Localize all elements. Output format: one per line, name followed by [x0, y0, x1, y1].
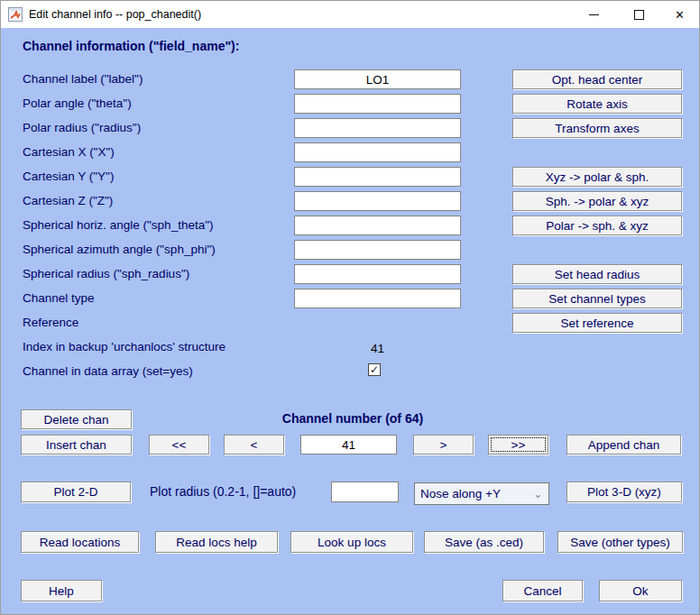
- plot-3d-button[interactable]: Plot 3-D (xyz): [566, 482, 682, 502]
- prev-fast-button[interactable]: <<: [149, 435, 209, 454]
- label-sph-radius: Spherical radius ("sph_radius"): [23, 267, 189, 280]
- help-button[interactable]: Help: [21, 580, 102, 601]
- checkmark-icon: ✓: [370, 364, 379, 375]
- channel-in-data-array-checkbox[interactable]: ✓: [368, 363, 381, 376]
- minimize-button[interactable]: [573, 1, 615, 28]
- dialog-content: Channel information ("field_name"): Chan…: [1, 28, 699, 614]
- urchanlocs-index-value: 41: [357, 342, 398, 355]
- label-sph-phi: Spherical azimuth angle ("sph_phi"): [23, 243, 216, 256]
- polar-radius-input[interactable]: [294, 118, 461, 138]
- label-channel-label: Channel label ("label"): [23, 72, 143, 86]
- label-cartesian-x: Cartesian X ("X"): [23, 145, 115, 159]
- window-title: Edit channel info -- pop_chanedit(): [29, 1, 201, 28]
- plot-2d-button[interactable]: Plot 2-D: [21, 482, 131, 502]
- insert-chan-button[interactable]: Insert chan: [21, 435, 132, 454]
- sph-phi-input[interactable]: [294, 240, 461, 260]
- minimize-icon: [589, 14, 599, 15]
- nose-direction-value: Nose along +Y: [420, 487, 530, 500]
- label-channel-in-data-array: Channel in data array (set=yes): [23, 364, 193, 378]
- label-urchanlocs-index: Index in backup 'urchanlocs' structure: [23, 340, 226, 353]
- polar-angle-input[interactable]: [294, 94, 461, 114]
- channel-label-input[interactable]: [294, 69, 461, 89]
- label-cartesian-y: Cartesian Y ("Y"): [23, 170, 114, 183]
- section-heading: Channel information ("field_name"):: [23, 39, 239, 53]
- delete-chan-button[interactable]: Delete chan: [21, 409, 132, 429]
- polar-to-sph-xyz-button[interactable]: Polar -> sph. & xyz: [512, 216, 682, 235]
- next-button[interactable]: >: [413, 435, 474, 454]
- cartesian-y-input[interactable]: [294, 167, 461, 187]
- label-polar-angle: Polar angle ("theta"): [23, 96, 132, 110]
- label-cartesian-z: Cartesian Z ("Z"): [23, 194, 113, 207]
- append-chan-button[interactable]: Append chan: [566, 435, 681, 454]
- label-channel-type: Channel type: [23, 291, 95, 305]
- set-channel-types-button[interactable]: Set channel types: [512, 289, 682, 308]
- rotate-axis-button[interactable]: Rotate axis: [512, 94, 682, 114]
- plot-radius-label: Plot radius (0.2-1, []=auto): [150, 484, 296, 499]
- cartesian-z-input[interactable]: [294, 191, 461, 211]
- channel-number-input[interactable]: [300, 435, 397, 454]
- chevron-down-icon: ⌄: [533, 487, 543, 500]
- plot-radius-input[interactable]: [331, 482, 399, 502]
- matlab-app-icon: [8, 7, 23, 22]
- sph-theta-input[interactable]: [294, 216, 461, 235]
- look-up-locs-button[interactable]: Look up locs: [290, 531, 413, 553]
- dialog-window: Edit channel info -- pop_chanedit() ✕ Ch…: [0, 0, 700, 615]
- transform-axes-button[interactable]: Transform axes: [512, 118, 682, 138]
- read-locs-help-button[interactable]: Read locs help: [155, 531, 278, 553]
- close-button[interactable]: ✕: [659, 1, 700, 28]
- cartesian-x-input[interactable]: [294, 142, 461, 162]
- label-sph-theta: Spherical horiz. angle ("sph_theta"): [23, 218, 213, 232]
- save-ced-button[interactable]: Save (as .ced): [424, 531, 544, 553]
- channel-number-heading: Channel number (of 64): [217, 411, 488, 426]
- ok-button[interactable]: Ok: [599, 580, 682, 601]
- channel-type-input[interactable]: [294, 289, 461, 308]
- set-head-radius-button[interactable]: Set head radius: [512, 264, 682, 284]
- next-fast-button[interactable]: >>: [488, 435, 548, 454]
- close-icon: ✕: [675, 9, 685, 21]
- maximize-button[interactable]: [618, 1, 660, 28]
- xyz-to-polar-sph-button[interactable]: Xyz -> polar & sph.: [512, 167, 682, 187]
- titlebar: Edit channel info -- pop_chanedit() ✕: [1, 1, 699, 28]
- sph-to-polar-xyz-button[interactable]: Sph. -> polar & xyz: [512, 191, 682, 211]
- sph-radius-input[interactable]: [294, 264, 461, 284]
- label-polar-radius: Polar radius ("radius"): [23, 121, 141, 134]
- set-reference-button[interactable]: Set reference: [512, 313, 682, 333]
- opt-head-center-button[interactable]: Opt. head center: [512, 69, 682, 89]
- maximize-icon: [634, 10, 644, 20]
- save-other-types-button[interactable]: Save (other types): [557, 531, 683, 553]
- read-locations-button[interactable]: Read locations: [21, 531, 139, 553]
- nose-direction-select[interactable]: Nose along +Y ⌄: [414, 482, 549, 505]
- label-reference: Reference: [23, 316, 78, 329]
- cancel-button[interactable]: Cancel: [502, 580, 583, 601]
- prev-button[interactable]: <: [224, 435, 284, 454]
